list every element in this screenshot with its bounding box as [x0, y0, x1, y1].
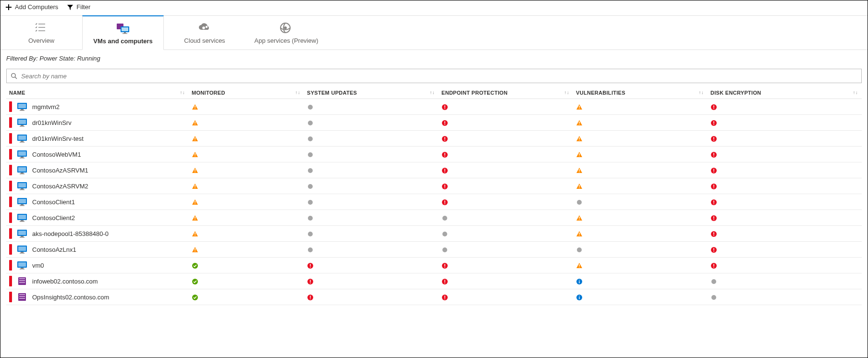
- error-icon: [441, 151, 448, 158]
- severity-bar: [9, 197, 12, 207]
- cloudcog-icon: [197, 22, 212, 34]
- sort-icon: ↑↓: [698, 90, 704, 95]
- search-input[interactable]: [20, 72, 857, 80]
- severity-bar: [9, 244, 12, 255]
- error-icon: [441, 183, 448, 190]
- add-computers-label: Add Computers: [15, 3, 58, 11]
- severity-bar: [9, 212, 12, 223]
- row-name: ContosoAzASRVM2: [32, 183, 88, 190]
- none-icon: [576, 247, 583, 253]
- table-row[interactable]: ContosoAzASRVM2: [6, 178, 862, 194]
- table-row[interactable]: dr01knWinSrv: [6, 115, 862, 131]
- none-icon: [307, 104, 314, 111]
- add-computers-button[interactable]: Add Computers: [5, 3, 58, 11]
- row-name: mgmtvm2: [32, 103, 60, 111]
- row-name: infoweb02.contoso.com: [32, 278, 98, 285]
- severity-bar: [9, 133, 12, 144]
- table-row[interactable]: OpsInsights02.contoso.com: [6, 289, 862, 305]
- info-icon: [576, 294, 583, 301]
- table-row[interactable]: aks-nodepool1-85388480-0: [6, 226, 862, 242]
- tab-vms-and-computers[interactable]: VMs and computers: [82, 15, 164, 50]
- severity-bar: [9, 276, 12, 286]
- table-row[interactable]: ContosoWebVM1: [6, 147, 862, 162]
- none-icon: [307, 183, 314, 190]
- table-row[interactable]: ContosoAzASRVM1: [6, 162, 862, 178]
- error-icon: [441, 136, 448, 142]
- vm-icon: [116, 23, 130, 34]
- column-label: DISK ENCRYPTION: [710, 90, 761, 96]
- warning-icon: [192, 247, 198, 253]
- sort-icon: ↑↓: [564, 90, 569, 95]
- tab-cloud-services[interactable]: Cloud services: [164, 16, 245, 49]
- search-box[interactable]: [6, 69, 862, 83]
- vm-icon: [17, 197, 27, 207]
- severity-bar: [9, 292, 12, 302]
- filter-label: Filter: [76, 3, 90, 11]
- sort-icon: ↑↓: [180, 90, 185, 95]
- error-icon: [441, 262, 448, 269]
- sort-icon: ↑↓: [853, 90, 858, 95]
- vm-icon: [17, 118, 27, 127]
- tab-app-services-preview-[interactable]: App services (Preview): [245, 16, 327, 49]
- warning-icon: [192, 231, 198, 237]
- warning-icon: [576, 120, 583, 126]
- table-row[interactable]: mgmtvm2: [6, 99, 862, 115]
- vm-icon: [17, 149, 27, 159]
- row-name: ContosoAzASRVM1: [32, 167, 88, 174]
- ok-icon: [192, 262, 198, 269]
- row-name: ContosoClient2: [32, 214, 75, 222]
- table-row[interactable]: ContosoClient1: [6, 194, 862, 210]
- warning-icon: [576, 136, 583, 142]
- error-icon: [441, 104, 448, 111]
- warning-icon: [576, 262, 583, 269]
- error-icon: [307, 278, 314, 285]
- column-header-system-updates[interactable]: SYSTEM UPDATES↑↓: [304, 87, 439, 99]
- table-row[interactable]: infoweb02.contoso.com: [6, 273, 862, 289]
- row-name: dr01knWinSrv-test: [32, 135, 84, 142]
- none-icon: [710, 294, 717, 301]
- error-icon: [710, 247, 717, 253]
- server-icon: [17, 292, 27, 302]
- list-icon: [34, 22, 49, 34]
- error-icon: [441, 199, 448, 206]
- column-header-monitored[interactable]: MONITORED↑↓: [189, 87, 304, 99]
- row-name: ContosoClient1: [32, 198, 75, 206]
- column-header-endpoint-protection[interactable]: ENDPOINT PROTECTION↑↓: [439, 87, 573, 99]
- error-icon: [710, 231, 717, 237]
- search-icon: [11, 73, 17, 79]
- none-icon: [307, 167, 314, 174]
- warning-icon: [576, 215, 583, 222]
- vm-icon: [17, 213, 27, 222]
- vm-icon: [17, 181, 27, 191]
- tab-overview[interactable]: Overview: [0, 16, 82, 49]
- vm-icon: [17, 229, 27, 238]
- vm-icon: [17, 134, 27, 143]
- table-row[interactable]: vm0: [6, 258, 862, 273]
- error-icon: [307, 262, 314, 269]
- tab-label: Overview: [4, 37, 78, 44]
- sort-icon: ↑↓: [429, 90, 435, 95]
- error-icon: [710, 104, 717, 111]
- column-header-vulnerabilities[interactable]: VULNERABILITIES↑↓: [573, 87, 708, 99]
- error-icon: [441, 294, 448, 301]
- table-row[interactable]: dr01knWinSrv-test: [6, 131, 862, 147]
- column-header-name[interactable]: NAME↑↓: [6, 87, 189, 99]
- filter-button[interactable]: Filter: [67, 3, 90, 11]
- column-header-disk-encryption[interactable]: DISK ENCRYPTION↑↓: [708, 87, 862, 99]
- ok-icon: [192, 294, 198, 301]
- warning-icon: [576, 231, 583, 237]
- none-icon: [307, 231, 314, 237]
- error-icon: [710, 262, 717, 269]
- info-icon: [576, 278, 583, 285]
- none-icon: [307, 215, 314, 222]
- warning-icon: [576, 183, 583, 190]
- severity-bar: [9, 260, 12, 271]
- row-name: ContosoWebVM1: [32, 151, 81, 158]
- error-icon: [710, 151, 717, 158]
- filter-summary: Filtered By: Power State: Running: [0, 50, 868, 66]
- error-icon: [710, 136, 717, 142]
- table-row[interactable]: ContosoClient2: [6, 210, 862, 226]
- none-icon: [307, 120, 314, 126]
- table-row[interactable]: ContosoAzLnx1: [6, 242, 862, 258]
- severity-bar: [9, 101, 12, 112]
